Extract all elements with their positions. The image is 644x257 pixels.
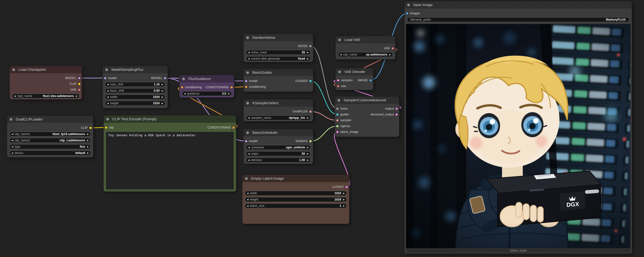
input-slot-vae[interactable] xyxy=(337,85,340,87)
collapse-dot-icon[interactable] xyxy=(182,78,185,80)
node-ksampler_select[interactable]: KSamplerSelectSAMPLER◀sampler_namedpmpp_… xyxy=(244,99,313,121)
node-title-bar[interactable]: FluxGuidance xyxy=(180,75,234,82)
widget-vae_name[interactable]: ◀vae_nameae.safetensors▶ xyxy=(338,52,393,57)
node-title-bar[interactable]: RandomNoise xyxy=(244,34,313,41)
decrement-arrow-icon[interactable]: ◀ xyxy=(12,138,13,143)
output-slot-denoised_output[interactable] xyxy=(395,113,398,116)
widget-clip_name1[interactable]: ◀clip_name1t5xxl_fp16.safetensors▶ xyxy=(10,132,91,137)
node-title-bar[interactable]: Save Image xyxy=(404,1,632,8)
input-slot-model[interactable] xyxy=(245,80,248,82)
widget-noise_seed[interactable]: ◀noise_seed25▶ xyxy=(246,50,310,55)
decrement-arrow-icon[interactable]: ◀ xyxy=(248,116,250,120)
node-vae_decode[interactable]: VAE DecodesamplesIMAGEvae xyxy=(336,68,373,90)
node-dual_clip_loader[interactable]: DualCLIPLoaderCLIP◀clip_name1t5xxl_fp16.… xyxy=(7,116,93,157)
output-slot-output[interactable] xyxy=(395,107,398,110)
output-slot-SIGMAS[interactable] xyxy=(309,140,312,143)
decrement-arrow-icon[interactable]: ◀ xyxy=(107,82,109,87)
collapse-dot-icon[interactable] xyxy=(10,118,12,121)
widget-filename_prefix[interactable]: filename_prefixMarkuryFLUX xyxy=(407,17,630,22)
input-slot-latent_image[interactable] xyxy=(336,131,339,133)
decrement-arrow-icon[interactable]: ◀ xyxy=(14,94,16,98)
increment-arrow-icon[interactable]: ▶ xyxy=(87,145,89,149)
node-flux_guidance[interactable]: FluxGuidanceconditioningCONDITIONING◀gui… xyxy=(180,75,234,97)
output-slot-CONDITIONING[interactable] xyxy=(232,126,235,129)
node-title-bar[interactable]: Empty Latent Image xyxy=(242,175,349,182)
collapse-dot-icon[interactable] xyxy=(338,38,341,41)
decrement-arrow-icon[interactable]: ◀ xyxy=(12,151,13,155)
widget-device[interactable]: ◀devicedefault▶ xyxy=(10,151,91,155)
collapse-dot-icon[interactable] xyxy=(338,70,341,73)
node-title-bar[interactable]: CLIP Text Encode (Prompt) xyxy=(104,115,236,123)
widget-control_after_generate[interactable]: ◀control after generatefixed▶ xyxy=(246,56,310,61)
node-save_image[interactable]: Save Imageimagesfilename_prefixMarkuryFL… xyxy=(404,1,632,254)
widget-width[interactable]: ◀width1024▶ xyxy=(105,95,165,99)
decrement-arrow-icon[interactable]: ◀ xyxy=(12,132,13,136)
input-slot-images[interactable] xyxy=(406,12,408,15)
output-slot-CLIP[interactable] xyxy=(78,83,80,85)
decrement-arrow-icon[interactable]: ◀ xyxy=(107,101,109,105)
output-slot-GUIDER[interactable] xyxy=(309,80,312,82)
output-slot-LATENT[interactable] xyxy=(345,186,348,188)
input-slot-model[interactable] xyxy=(104,77,106,79)
node-title-bar[interactable]: BasicScheduler xyxy=(244,129,313,136)
output-slot-VAE[interactable] xyxy=(392,47,394,50)
output-slot-CLIP[interactable] xyxy=(89,127,92,129)
decrement-arrow-icon[interactable]: ◀ xyxy=(184,91,186,96)
increment-arrow-icon[interactable]: ▶ xyxy=(228,91,230,96)
increment-arrow-icon[interactable]: ▶ xyxy=(162,88,163,93)
node-title-bar[interactable]: ModelSamplingFlux xyxy=(103,66,168,73)
node-load_vae[interactable]: Load VAEVAE◀vae_nameae.safetensors▶ xyxy=(336,36,395,59)
output-slot-IMAGE[interactable] xyxy=(369,79,372,82)
node-title-bar[interactable]: DualCLIPLoader xyxy=(7,116,93,123)
widget-sampler_name[interactable]: ◀sampler_namedpmpp_2m▶ xyxy=(246,115,310,120)
widget-steps[interactable]: ◀steps50▶ xyxy=(246,151,310,156)
increment-arrow-icon[interactable]: ▶ xyxy=(343,197,345,202)
collapse-dot-icon[interactable] xyxy=(106,118,109,120)
input-slot-clip[interactable] xyxy=(105,126,108,129)
collapse-dot-icon[interactable] xyxy=(407,4,410,6)
decrement-arrow-icon[interactable]: ◀ xyxy=(247,197,248,202)
collapse-dot-icon[interactable] xyxy=(246,102,249,104)
increment-arrow-icon[interactable]: ▶ xyxy=(162,82,163,87)
input-slot-model[interactable] xyxy=(245,140,248,143)
collapse-dot-icon[interactable] xyxy=(12,68,15,71)
widget-base_shift[interactable]: ◀base_shift0.50▶ xyxy=(105,88,165,93)
node-model_sampling_flux[interactable]: ModelSamplingFluxmodelMODEL◀max_shift1.1… xyxy=(103,66,168,108)
node-title-bar[interactable]: KSamplerSelect xyxy=(244,99,313,107)
input-slot-noise[interactable] xyxy=(336,107,339,110)
decrement-arrow-icon[interactable]: ◀ xyxy=(248,152,250,156)
prompt-textarea[interactable]: Toy Jensen holding a DGX Spark in a data… xyxy=(106,132,234,189)
collapse-dot-icon[interactable] xyxy=(105,68,108,71)
decrement-arrow-icon[interactable]: ◀ xyxy=(247,191,248,195)
increment-arrow-icon[interactable]: ▶ xyxy=(307,158,309,162)
decrement-arrow-icon[interactable]: ◀ xyxy=(107,88,109,93)
collapse-dot-icon[interactable] xyxy=(246,131,249,134)
widget-clip_name2[interactable]: ◀clip_name2clip_l.safetensors▶ xyxy=(10,138,91,143)
input-slot-samples[interactable] xyxy=(337,79,340,82)
input-slot-sampler[interactable] xyxy=(336,119,339,122)
increment-arrow-icon[interactable]: ▶ xyxy=(87,151,89,155)
collapse-dot-icon[interactable] xyxy=(246,71,249,74)
output-slot-MODEL[interactable] xyxy=(78,77,80,79)
node-graph-canvas[interactable]: Load CheckpointMODELCLIPVAE◀ckpt_nameflu… xyxy=(0,0,644,257)
increment-arrow-icon[interactable]: ▶ xyxy=(343,204,345,208)
increment-arrow-icon[interactable]: ▶ xyxy=(307,50,309,54)
increment-arrow-icon[interactable]: ▶ xyxy=(162,95,163,99)
node-title-bar[interactable]: SamplerCustomAdvanced xyxy=(335,96,399,104)
widget-denoise[interactable]: ◀denoise1.00▶ xyxy=(246,158,310,162)
input-slot-sigmas[interactable] xyxy=(336,125,339,128)
input-slot-guider[interactable] xyxy=(336,113,339,116)
widget-batch_size[interactable]: ◀batch_size1▶ xyxy=(245,203,347,208)
increment-arrow-icon[interactable]: ▶ xyxy=(307,145,309,150)
input-slot-conditioning[interactable] xyxy=(245,86,248,88)
collapse-dot-icon[interactable] xyxy=(338,99,340,102)
increment-arrow-icon[interactable]: ▶ xyxy=(307,152,309,156)
node-load_checkpoint[interactable]: Load CheckpointMODELCLIPVAE◀ckpt_nameflu… xyxy=(10,66,82,99)
output-slot-VAE[interactable] xyxy=(78,88,80,91)
widget-height[interactable]: ◀height1024▶ xyxy=(245,197,347,202)
increment-arrow-icon[interactable]: ▶ xyxy=(389,52,391,57)
widget-ckpt_name[interactable]: ◀ckpt_nameflux1-dev.safetensors▶ xyxy=(12,94,79,98)
increment-arrow-icon[interactable]: ▶ xyxy=(343,191,345,195)
decrement-arrow-icon[interactable]: ◀ xyxy=(248,56,250,61)
node-title-bar[interactable]: Load Checkpoint xyxy=(10,66,82,73)
